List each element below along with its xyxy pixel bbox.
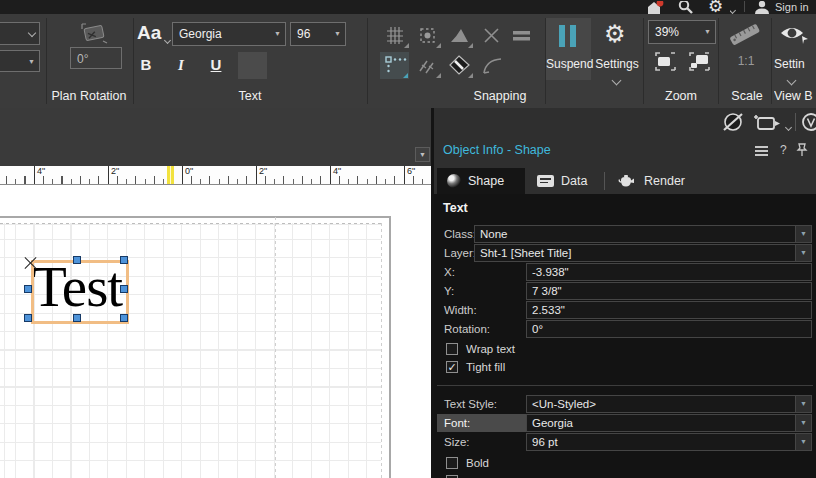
zoom-level-combobox[interactable]: 39% ▼ — [648, 20, 716, 44]
align-left-button[interactable] — [238, 52, 267, 79]
clipped-combobox-top[interactable] — [0, 22, 40, 45]
justify-button[interactable] — [337, 52, 366, 79]
application-window: ⚙ Sign in ▼ 0° Plan Rotation — [0, 0, 816, 478]
panel-menu-icon[interactable] — [755, 146, 768, 156]
font-name-combobox[interactable]: Georgia ▼ — [172, 22, 286, 46]
dropdown-arrow-icon[interactable]: ▼ — [334, 23, 341, 45]
snap-to-point-button[interactable] — [380, 52, 409, 79]
font-dropdown[interactable]: Georgia▼ — [526, 414, 812, 432]
user-account-icon[interactable] — [753, 1, 771, 14]
drawing-canvas[interactable]: ▼ 4"2"0"2"4"6" Test — [0, 108, 431, 478]
tight-fill-checkbox[interactable]: ✓ — [446, 361, 458, 373]
print-margin-horizontal — [0, 223, 382, 224]
chevron-down-icon[interactable] — [613, 73, 620, 87]
settings-gear-icon[interactable]: ⚙ — [604, 22, 626, 46]
bold-button[interactable]: B — [133, 52, 159, 78]
dropdown-arrow-icon[interactable]: ▼ — [795, 415, 811, 431]
section-divider — [367, 18, 368, 104]
selection-handle[interactable] — [24, 314, 32, 322]
chevron-down-icon[interactable] — [786, 119, 791, 133]
wrap-text-checkbox[interactable] — [446, 343, 458, 355]
home-icon[interactable] — [646, 1, 664, 14]
text-style-aa-button[interactable]: Aa — [137, 22, 161, 44]
chevron-down-icon[interactable] — [165, 32, 170, 46]
snap-parallel-button[interactable] — [507, 22, 536, 49]
snap-to-object-button[interactable] — [413, 22, 442, 49]
text-style-dropdown[interactable]: <Un-Styled>▼ — [526, 395, 812, 413]
font-size-combobox[interactable]: 96 ▼ — [290, 22, 346, 46]
selection-handle[interactable] — [120, 256, 128, 264]
view-bar-settings-label[interactable]: Settin — [774, 57, 816, 71]
tab-render[interactable]: Render — [607, 168, 699, 194]
ruler-options-button[interactable]: ▼ — [415, 147, 430, 162]
pin-icon[interactable] — [796, 143, 808, 157]
fit-to-objects-button[interactable] — [651, 48, 680, 75]
page-area[interactable]: Test — [0, 185, 431, 478]
tab-data[interactable]: Data — [527, 168, 603, 194]
bold-row: Bold — [434, 455, 816, 471]
class-dropdown[interactable]: None▼ — [474, 225, 812, 243]
x-row: X:-3.938" — [434, 263, 816, 281]
dropdown-arrow-icon[interactable]: ▼ — [795, 396, 811, 412]
snap-to-angle-button[interactable] — [445, 22, 474, 49]
viewport-icon[interactable] — [752, 112, 782, 134]
selection-handle[interactable] — [73, 256, 81, 264]
align-center-button[interactable] — [271, 52, 300, 79]
bold-checkbox[interactable] — [446, 457, 458, 469]
help-icon[interactable]: ? — [780, 143, 787, 157]
selection-handle[interactable] — [120, 314, 128, 322]
snap-to-grid-button[interactable] — [381, 22, 410, 49]
tab-separator — [604, 172, 605, 190]
hide-details-icon[interactable] — [720, 110, 746, 134]
dropdown-arrow-icon[interactable]: ▼ — [274, 23, 281, 45]
layer-dropdown[interactable]: Sht-1 [Sheet Title]▼ — [474, 244, 812, 262]
zoom-level-value: 39% — [655, 25, 679, 39]
settings-label[interactable]: Settings — [593, 57, 641, 71]
align-right-icon — [308, 58, 313, 72]
search-icon[interactable] — [676, 1, 694, 14]
shape-tab-content: Text Class:None▼Layer:Sht-1 [Sheet Title… — [434, 194, 816, 478]
gear-icon[interactable]: ⚙ — [708, 0, 726, 14]
ruler-unit-label: 2" — [259, 166, 267, 176]
y-input[interactable]: 7 3/8" — [526, 282, 812, 300]
fit-to-page-button[interactable] — [685, 48, 714, 75]
size-value: 96 pt — [532, 436, 558, 448]
x-label: X: — [444, 263, 455, 281]
rotation-input[interactable]: 0° — [526, 320, 812, 338]
tab-label: Render — [644, 174, 685, 188]
size-dropdown[interactable]: 96 pt▼ — [526, 433, 812, 451]
selection-handle[interactable] — [24, 285, 32, 293]
snap-to-edge-button[interactable] — [445, 52, 474, 79]
panel-tab-bar: ShapeDataRender — [434, 168, 816, 194]
snap-tangent-button[interactable] — [413, 52, 442, 79]
dropdown-arrow-icon[interactable]: ▼ — [795, 245, 811, 261]
snapping-section-label: Snapping — [450, 89, 550, 103]
suspend-label: Suspend — [546, 57, 591, 71]
plan-rotation-icon[interactable] — [78, 21, 110, 47]
dropdown-arrow-icon[interactable]: ▼ — [795, 226, 811, 242]
sign-in-button[interactable]: Sign in — [775, 0, 816, 14]
selection-handle[interactable] — [73, 314, 81, 322]
view-bar-eye-icon[interactable] — [778, 20, 814, 50]
ruler-major-tick — [256, 166, 257, 184]
dropdown-arrow-icon[interactable]: ▼ — [704, 21, 711, 43]
suspend-button[interactable]: Suspend — [546, 18, 591, 80]
underline-button[interactable]: U — [203, 52, 229, 78]
chevron-down-icon[interactable] — [788, 73, 795, 87]
vectorworks-cloud-icon[interactable] — [800, 111, 816, 135]
dropdown-arrow-icon[interactable]: ▼ — [795, 434, 811, 450]
tab-shape[interactable]: Shape — [437, 168, 525, 194]
italic-button[interactable]: I — [168, 52, 194, 78]
snap-arc-button[interactable] — [477, 52, 506, 79]
snap-to-intersection-button[interactable] — [477, 22, 506, 49]
selection-handle[interactable] — [120, 285, 128, 293]
class-value: None — [480, 228, 508, 240]
width-input[interactable]: 2.533" — [526, 301, 812, 319]
section-divider — [771, 18, 772, 104]
plan-rotation-angle-input[interactable]: 0° — [70, 47, 122, 69]
x-input[interactable]: -3.938" — [526, 263, 812, 281]
layer-row: Layer:Sht-1 [Sheet Title]▼ — [434, 244, 816, 262]
scale-ruler-icon — [724, 20, 766, 50]
align-right-button[interactable] — [304, 52, 333, 79]
clipped-combobox-bottom[interactable]: ▼ — [0, 50, 40, 72]
